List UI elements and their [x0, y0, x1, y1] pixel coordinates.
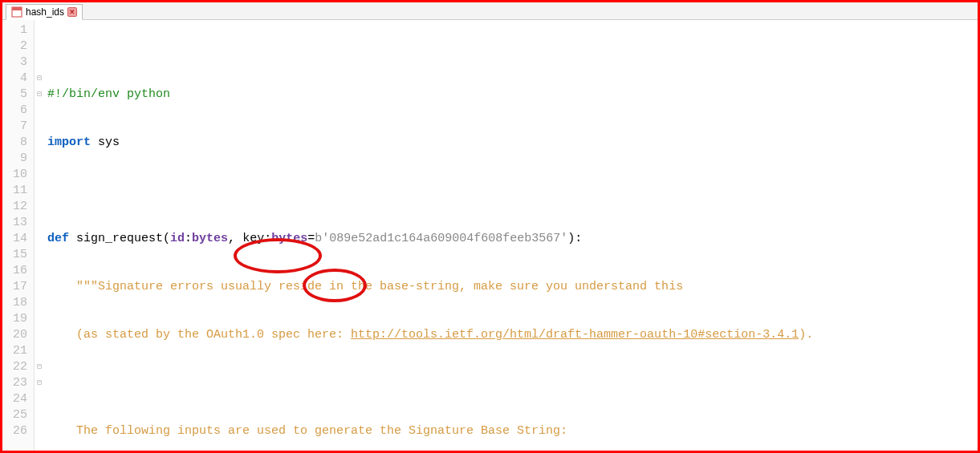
docstring: (as stated by the OAuth1.0 spec here:: [47, 328, 351, 342]
file-tab-hash-ids[interactable]: hash_ids ✕: [6, 4, 83, 20]
code-area[interactable]: #!/bin/env python import sys def sign_re…: [44, 20, 978, 451]
fold-marker[interactable]: ⊟: [35, 87, 44, 103]
close-icon[interactable]: ✕: [67, 7, 77, 17]
docstring: ).: [799, 328, 813, 342]
fold-marker[interactable]: ⊟: [35, 359, 44, 375]
kw-def: def: [47, 232, 69, 245]
paren: (: [163, 232, 170, 245]
line-number-gutter: 123456789 1011121314151617 1819202122232…: [2, 20, 35, 451]
bytes-literal: b'089e52ad1c164a609004f608feeb3567': [315, 232, 567, 245]
file-icon: [11, 6, 22, 18]
param-id: id: [170, 232, 185, 245]
eq: =: [307, 232, 315, 245]
svg-rect-1: [12, 7, 22, 10]
comma: ,: [228, 232, 242, 245]
param-key: key: [242, 232, 264, 245]
type-bytes: bytes: [271, 232, 307, 245]
colon: :: [264, 232, 271, 245]
func-name: sign_request: [69, 232, 163, 245]
code-editor[interactable]: 123456789 1011121314151617 1819202122232…: [2, 20, 978, 451]
fold-marker[interactable]: ⊟: [35, 375, 44, 391]
editor-window: hash_ids ✕ 123456789 1011121314151617 18…: [0, 0, 980, 453]
kw-import: import: [47, 135, 91, 149]
tab-bar: hash_ids ✕: [2, 2, 978, 20]
fold-column: ⊟ ⊟ ⊟ ⊟: [35, 20, 44, 451]
module-sys: sys: [91, 135, 120, 149]
docstring: """Signature errors usually reside in th…: [47, 280, 683, 293]
docstring: The following inputs are used to generat…: [47, 424, 567, 438]
tab-label: hash_ids: [26, 6, 64, 18]
shebang-line: #!/bin/env python: [47, 87, 170, 101]
docstring-link[interactable]: http://tools.ietf.org/html/draft-hammer-…: [351, 328, 799, 342]
fold-marker[interactable]: ⊟: [35, 71, 44, 87]
paren: ):: [567, 232, 582, 245]
type-bytes: bytes: [192, 232, 228, 245]
colon: :: [185, 232, 192, 245]
